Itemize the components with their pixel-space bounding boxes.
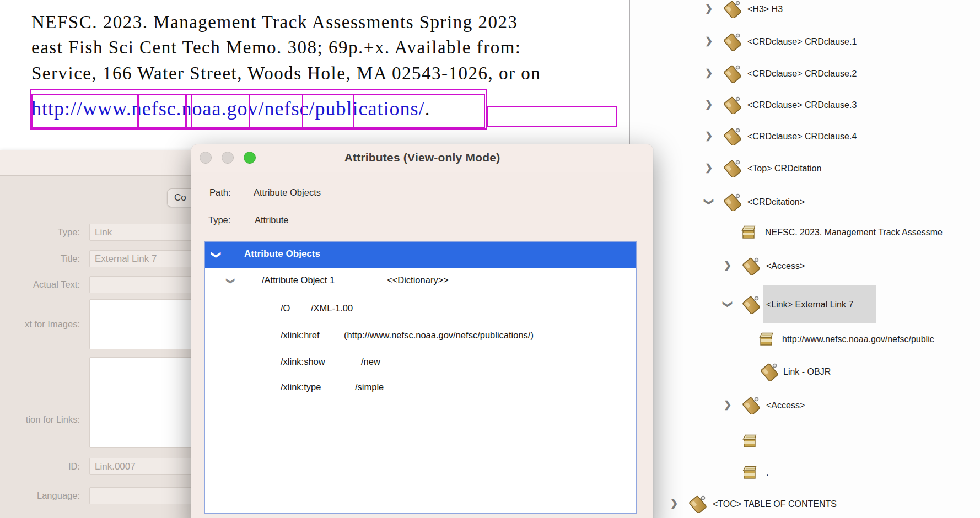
tag-tree-row[interactable]: NEFSC. 2023. Management Track Assessme (630, 221, 980, 243)
attribute-tree-row[interactable]: /O/XML-1.00 (205, 303, 636, 315)
citation-line-2: east Fish Sci Cent Tech Memo. 308; 69p.+… (31, 37, 521, 58)
link-annotation-segment-box (353, 94, 485, 128)
form-field-input[interactable] (89, 357, 197, 448)
chevron-down-icon[interactable]: ❯ (722, 300, 733, 308)
tag-tree-row[interactable]: ❯<Top> CRDcitation (630, 157, 980, 179)
attribute-value: /simple (355, 382, 384, 392)
citation-line-3: Service, 166 Water Street, Woods Hole, M… (31, 63, 541, 84)
link-annotation-segment-box (31, 94, 138, 128)
chevron-down-icon[interactable]: ❯ (211, 251, 222, 258)
form-field-label: Actual Text: (0, 279, 80, 290)
type-value: Attribute (255, 215, 288, 225)
content-bundle-icon (742, 464, 757, 483)
attribute-key: /xlink:type (281, 382, 321, 392)
chevron-right-icon[interactable]: ❯ (705, 163, 713, 174)
tag-tree-row-label[interactable]: <Top> CRDcitation (747, 163, 821, 174)
type-label: Type: (208, 215, 230, 225)
form-field-label: xt for Images: (0, 319, 80, 330)
tag-tree-row[interactable]: ❯<Link> External Link 7 (630, 293, 980, 315)
attribute-key: /xlink:href (281, 330, 320, 341)
tag-tree-row-label[interactable]: http://www.nefsc.noaa.gov/nefsc/public (782, 334, 934, 345)
chevron-right-icon[interactable]: ❯ (724, 260, 731, 271)
tag-tree-row[interactable]: ❯<Access> (630, 394, 980, 416)
tag-icon (723, 0, 742, 20)
chevron-right-icon[interactable]: ❯ (705, 3, 713, 14)
attribute-objects-root-row[interactable]: ❯ Attribute Objects (205, 242, 636, 268)
tag-tree-row[interactable]: http://www.nefsc.noaa.gov/nefsc/public (630, 328, 980, 350)
tag-tree-row[interactable] (630, 430, 980, 452)
form-field-label: ID: (0, 461, 80, 472)
tag-tree-row[interactable]: ❯<H3> H3 (630, 0, 980, 20)
tag-icon (723, 192, 742, 213)
form-field-input[interactable] (89, 276, 197, 293)
chevron-down-icon[interactable]: ❯ (226, 278, 236, 285)
tag-tree-row[interactable]: ❯<CRDclause> CRDclause.1 (630, 30, 980, 52)
attribute-value: <<Dictionary>> (387, 275, 449, 285)
tag-icon (723, 159, 742, 180)
dialog-titlebar[interactable]: Attributes (View-only Mode) (191, 144, 653, 172)
form-field-label: Type: (0, 226, 80, 238)
tag-tree-row[interactable]: ❯<CRDclause> CRDclause.4 (630, 125, 980, 147)
form-field-input[interactable] (89, 299, 197, 349)
attribute-key: /xlink:show (281, 357, 325, 367)
tag-tree-row-label[interactable]: <H3> H3 (747, 4, 783, 15)
tag-tree-row[interactable]: ❯<Access> (630, 255, 980, 277)
tag-icon (760, 362, 779, 383)
content-bundle-icon (742, 433, 757, 451)
dialog-title: Attributes (View-only Mode) (191, 151, 653, 164)
chevron-right-icon[interactable]: ❯ (724, 400, 731, 411)
path-value: Attribute Objects (254, 187, 321, 198)
tag-icon (742, 256, 761, 277)
chevron-right-icon[interactable]: ❯ (705, 99, 713, 110)
tag-tree-row[interactable]: ❯<CRDclause> CRDclause.3 (630, 94, 980, 116)
attribute-tree-row[interactable]: /xlink:type/simple (205, 382, 636, 394)
attribute-tree-row[interactable]: /xlink:show/new (205, 357, 636, 369)
tag-tree-row[interactable]: Link - OBJR (630, 360, 980, 382)
attribute-value: /new (361, 357, 380, 367)
attribute-key: /Attribute Object 1 (262, 275, 335, 285)
content-bundle-icon (758, 331, 774, 349)
path-label: Path: (209, 187, 231, 198)
chevron-down-icon[interactable]: ❯ (703, 198, 714, 206)
link-annotation-segment-box (138, 94, 186, 128)
tag-tree-row[interactable]: ❯<CRDcitation> (630, 191, 980, 213)
tag-tree-row-label[interactable]: <CRDclause> CRDclause.2 (747, 68, 857, 79)
chevron-right-icon[interactable]: ❯ (670, 498, 678, 509)
link-annotation-segment-box (191, 94, 250, 128)
tag-tree-row-label[interactable]: <CRDclause> CRDclause.1 (747, 36, 857, 47)
form-field-input[interactable]: External Link 7 (89, 250, 197, 267)
chevron-right-icon[interactable]: ❯ (705, 131, 713, 142)
link-annotation-extension-box (487, 106, 617, 127)
form-field-label: tion for Links: (0, 414, 80, 425)
form-field-input[interactable] (89, 487, 197, 504)
tag-tree-row-label[interactable]: . (766, 467, 768, 478)
tag-tree-row[interactable]: ❯<TOC> TABLE OF CONTENTS (630, 493, 980, 515)
tag-tree-row-label[interactable]: <CRDclause> CRDclause.3 (747, 100, 857, 111)
tag-icon (723, 32, 742, 53)
tag-icon (688, 494, 707, 515)
tag-tree-row-label[interactable]: <Access> (766, 400, 805, 411)
attribute-tree-row[interactable]: /xlink:href(http://www.nefsc.noaa.gov/ne… (205, 330, 636, 342)
attribute-value: (http://www.nefsc.noaa.gov/nefsc/publica… (344, 330, 534, 341)
tag-tree-row-label[interactable]: <CRDclause> CRDclause.4 (747, 131, 857, 142)
tag-tree-row[interactable]: . (630, 461, 980, 483)
chevron-right-icon[interactable]: ❯ (705, 36, 713, 47)
tag-icon (723, 95, 742, 116)
tag-tree-row-label[interactable]: <CRDcitation> (747, 197, 805, 208)
chevron-right-icon[interactable]: ❯ (705, 68, 713, 79)
tag-tree-row-label[interactable]: NEFSC. 2023. Management Track Assessme (765, 227, 943, 238)
tag-tree-row[interactable]: ❯<CRDclause> CRDclause.2 (630, 62, 980, 84)
form-field-label: Title: (0, 253, 80, 264)
tag-tree-row-label[interactable]: <Link> External Link 7 (766, 299, 853, 310)
form-field-input[interactable]: Link.0007 (89, 458, 197, 475)
attribute-tree-row[interactable]: ❯/Attribute Object 1<<Dictionary>> (205, 275, 636, 287)
form-field-input[interactable]: Link (89, 224, 197, 241)
link-annotation-segment-box (302, 94, 354, 128)
tag-icon (742, 396, 761, 417)
tag-icon (723, 64, 742, 85)
tag-tree-row-label[interactable]: <Access> (766, 261, 805, 272)
tag-tree-row-label[interactable]: <TOC> TABLE OF CONTENTS (713, 499, 837, 510)
form-field-label: Language: (0, 490, 80, 501)
tag-tree-row-label[interactable]: Link - OBJR (783, 366, 831, 377)
tag-icon (742, 295, 761, 316)
